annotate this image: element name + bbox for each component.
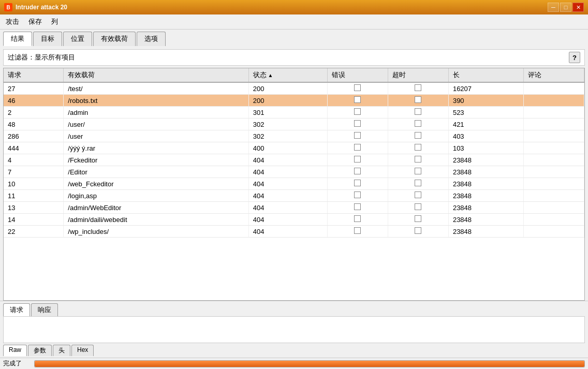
table-header-row: 请求 有效载荷 状态 错误 超时 长 评论 <box>4 68 584 82</box>
tab-payload[interactable]: 有效载荷 <box>93 32 136 46</box>
tab-options[interactable]: 选项 <box>137 32 166 46</box>
cell-request-id: 46 <box>4 95 64 107</box>
table-row[interactable]: 48/user/302421 <box>4 119 584 130</box>
bottom-sub-tab-bar: Raw 参数 头 Hex <box>0 343 588 356</box>
progress-bar-fill <box>35 361 584 367</box>
table-row[interactable]: 10/web_Fckeditor40423848 <box>4 178 584 190</box>
menu-columns[interactable]: 列 <box>50 17 60 27</box>
cell-status: 301 <box>248 107 327 119</box>
cell-error <box>327 214 388 226</box>
table-row[interactable]: 22/wp_includes/40423848 <box>4 226 584 238</box>
table-row[interactable]: 2/admin301523 <box>4 107 584 119</box>
bottom-sub-tab-raw[interactable]: Raw <box>3 345 27 356</box>
tab-results[interactable]: 结果 <box>3 32 32 46</box>
cell-error <box>327 166 388 178</box>
menu-attack[interactable]: 攻击 <box>4 17 21 27</box>
col-header-status[interactable]: 状态 <box>248 68 327 82</box>
table-row[interactable]: 444/ýýý ý.rar400103 <box>4 142 584 154</box>
results-table-container: 请求 有效载荷 状态 错误 超时 长 评论 27/test/2001620746… <box>3 68 585 301</box>
status-text: 完成了 <box>3 359 34 368</box>
tab-target[interactable]: 目标 <box>33 32 62 46</box>
timeout-checkbox <box>415 180 421 186</box>
col-header-payload[interactable]: 有效载荷 <box>64 68 249 82</box>
close-button[interactable]: ✕ <box>572 3 584 12</box>
status-bar: 完成了 <box>0 358 588 369</box>
table-row[interactable]: 4/Fckeditor40423848 <box>4 154 584 166</box>
bottom-tab-response[interactable]: 响应 <box>31 303 58 316</box>
cell-error <box>327 130 388 142</box>
error-checkbox <box>354 168 361 174</box>
cell-payload: /ýýý ý.rar <box>64 142 249 154</box>
cell-payload: /wp_includes/ <box>64 226 249 238</box>
main-tab-bar: 结果 目标 位置 有效载荷 选项 <box>0 29 588 46</box>
cell-comment <box>523 130 584 142</box>
cell-status: 404 <box>248 190 327 202</box>
table-body: 27/test/2001620746/robots.txt2003902/adm… <box>4 82 584 238</box>
menu-save[interactable]: 保存 <box>27 17 43 27</box>
table-row[interactable]: 7/Editor40423848 <box>4 166 584 178</box>
col-header-error[interactable]: 错误 <box>327 68 388 82</box>
error-checkbox <box>354 156 361 163</box>
minimize-button[interactable]: ─ <box>548 3 559 12</box>
tab-position[interactable]: 位置 <box>63 32 92 46</box>
table-scroll[interactable]: 请求 有效载荷 状态 错误 超时 长 评论 27/test/2001620746… <box>4 68 584 300</box>
cell-payload: /login,asp <box>64 190 249 202</box>
timeout-checkbox <box>415 120 421 127</box>
col-header-timeout[interactable]: 超时 <box>388 68 448 82</box>
table-row[interactable]: 13/admin/WebEditor40423848 <box>4 202 584 214</box>
app-icon: B <box>4 3 12 11</box>
cell-request-id: 4 <box>4 154 64 166</box>
cell-payload: /admin <box>64 107 249 119</box>
cell-payload: /admin/WebEditor <box>64 202 249 214</box>
cell-length: 23848 <box>448 202 523 214</box>
cell-error <box>327 178 388 190</box>
col-header-comment[interactable]: 评论 <box>523 68 584 82</box>
cell-request-id: 22 <box>4 226 64 238</box>
cell-status: 404 <box>248 154 327 166</box>
col-header-request[interactable]: 请求 <box>4 68 64 82</box>
cell-comment <box>523 154 584 166</box>
cell-comment <box>523 166 584 178</box>
bottom-sub-tab-headers[interactable]: 头 <box>53 345 70 356</box>
cell-request-id: 27 <box>4 82 64 95</box>
filter-bar: 过滤器：显示所有项目 ? <box>3 49 585 66</box>
cell-error <box>327 190 388 202</box>
col-header-length[interactable]: 长 <box>448 68 523 82</box>
timeout-checkbox <box>415 203 421 210</box>
cell-status: 302 <box>248 130 327 142</box>
cell-length: 23848 <box>448 178 523 190</box>
error-checkbox <box>354 227 361 234</box>
cell-error <box>327 82 388 95</box>
bottom-tab-request[interactable]: 请求 <box>3 303 30 316</box>
table-row[interactable]: 286/user302403 <box>4 130 584 142</box>
bottom-panel: 请求 响应 Raw 参数 头 Hex <box>0 301 588 358</box>
table-row[interactable]: 11/login,asp40423848 <box>4 190 584 202</box>
table-row[interactable]: 46/robots.txt200390 <box>4 95 584 107</box>
bottom-sub-tab-params[interactable]: 参数 <box>28 345 52 356</box>
cell-status: 404 <box>248 178 327 190</box>
results-table: 请求 有效载荷 状态 错误 超时 长 评论 27/test/2001620746… <box>4 68 584 238</box>
help-button[interactable]: ? <box>569 52 580 63</box>
cell-timeout <box>388 82 448 95</box>
progress-bar <box>34 360 585 367</box>
cell-timeout <box>388 119 448 130</box>
cell-request-id: 10 <box>4 178 64 190</box>
cell-payload: /robots.txt <box>64 95 249 107</box>
cell-length: 23848 <box>448 154 523 166</box>
bottom-sub-tab-hex[interactable]: Hex <box>71 345 94 356</box>
filter-label: 过滤器：显示所有项目 <box>8 53 75 62</box>
timeout-checkbox <box>415 215 421 222</box>
cell-payload: /Fckeditor <box>64 154 249 166</box>
error-checkbox <box>354 84 361 91</box>
table-row[interactable]: 14/admin/daili/webedit40423848 <box>4 214 584 226</box>
cell-comment <box>523 95 584 107</box>
cell-timeout <box>388 226 448 238</box>
cell-status: 200 <box>248 82 327 95</box>
cell-length: 23848 <box>448 166 523 178</box>
timeout-checkbox <box>415 227 421 234</box>
table-row[interactable]: 27/test/20016207 <box>4 82 584 95</box>
cell-timeout <box>388 202 448 214</box>
cell-payload: /test/ <box>64 82 249 95</box>
maximize-button[interactable]: □ <box>560 3 571 12</box>
cell-payload: /user/ <box>64 119 249 130</box>
